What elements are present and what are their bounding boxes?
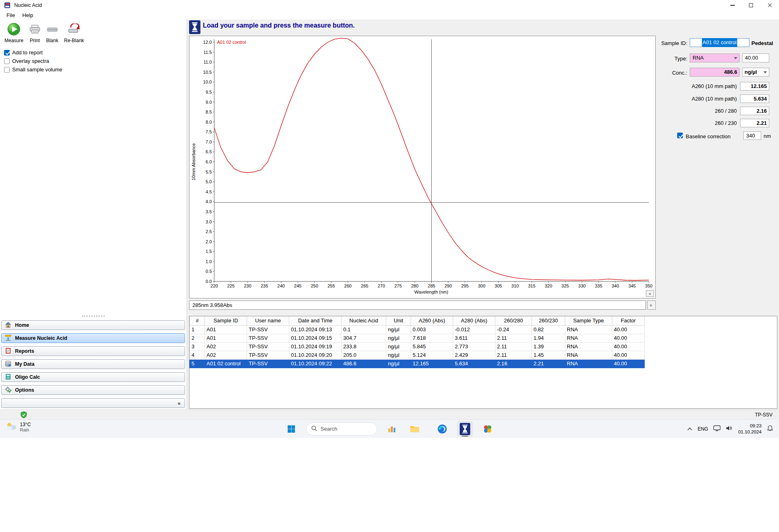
sidebar-item-reports[interactable]: Reports [1, 346, 185, 356]
sidebar-item-label: Oligo Calc [15, 374, 40, 380]
toolbar: Measure Print Blank Re-Blank [2, 21, 86, 44]
table-cell: 4 [190, 351, 205, 359]
left-panel: Measure Print Blank Re-Blank [0, 19, 187, 410]
close-icon [767, 3, 772, 8]
svg-text:340: 340 [611, 283, 619, 288]
taskbar-search-box[interactable]: Search [306, 423, 377, 435]
volume-icon[interactable] [726, 425, 733, 432]
print-button[interactable]: Print [27, 21, 43, 44]
table-row[interactable]: 5A01 02 controlTP-SSV01.10.2024 09:22486… [190, 359, 645, 368]
table-cell: -0.012 [453, 325, 495, 334]
table-row[interactable]: 2A01TP-SSV01.10.2024 09:15304.7ng/µl7.61… [190, 334, 645, 342]
minimize-button[interactable] [723, 0, 742, 11]
table-cell: RNA [565, 342, 612, 351]
checkbox-add-to-report[interactable]: Add to report [4, 49, 62, 56]
column-header[interactable]: Nucleic Acid [342, 316, 386, 325]
checkbox-overlay-spectra[interactable]: Overlay spectra [4, 58, 62, 64]
table-cell: 40.00 [612, 325, 645, 334]
series-label: A01 02 control [217, 40, 246, 45]
sample-id-input[interactable]: A01 02 control [690, 38, 749, 47]
column-header[interactable]: Sample Type [565, 316, 612, 325]
checkbox-icon [4, 50, 10, 56]
measure-button[interactable]: Measure [2, 21, 26, 44]
nav-gripper-handle[interactable] [82, 315, 105, 317]
sidebar-item-measure-nucleic-acid[interactable]: Measure Nucleic Acid [1, 333, 185, 343]
table-row[interactable]: 3A02TP-SSV01.10.2024 09:19233.8ng/µl5.84… [190, 342, 645, 351]
svg-text:4.0: 4.0 [206, 199, 212, 204]
x-axis-title: Wavelength (nm) [414, 290, 448, 294]
start-button[interactable] [283, 421, 299, 437]
notification-bell-icon[interactable] [767, 425, 773, 433]
minimize-icon [730, 5, 735, 6]
column-header[interactable]: 260/230 [532, 316, 565, 325]
baseline-correction-checkbox[interactable] [677, 133, 683, 138]
y-axis-title: 10mm Absorbance [191, 143, 196, 180]
language-indicator[interactable]: ENG [697, 426, 708, 432]
menu-help[interactable]: Help [19, 11, 37, 19]
type-dropdown[interactable]: RNA [690, 54, 740, 62]
svg-text:5.0: 5.0 [206, 179, 212, 184]
sidebar-item-oligo-calc[interactable]: Oligo Calc [1, 372, 185, 382]
taskbar-app-widgets[interactable] [384, 421, 400, 437]
column-header[interactable]: Date and Time [289, 316, 342, 325]
table-row[interactable]: 4A02TP-SSV01.10.2024 09:20205.0ng/µl5.12… [190, 351, 645, 359]
home-icon [4, 321, 12, 330]
a280-value: 5.634 [740, 94, 769, 103]
taskbar-app-file-explorer[interactable] [407, 421, 423, 437]
weather-widget[interactable]: 13°C Rain [6, 422, 31, 433]
taskbar-app-colorful[interactable] [480, 421, 496, 437]
svg-text:335: 335 [595, 283, 602, 288]
baseline-wavelength-input[interactable]: 340 [743, 131, 761, 140]
column-header[interactable]: Factor [612, 316, 645, 325]
sidebar-item-label: Reports [15, 348, 34, 354]
table-cell: 2 [190, 334, 205, 342]
column-header[interactable]: # [190, 316, 205, 325]
tray-expand-button[interactable] [687, 426, 692, 432]
app-statusbar: TP-SSV [0, 410, 779, 419]
maximize-button[interactable] [742, 0, 760, 11]
table-cell: 1.94 [532, 334, 565, 342]
svg-text:285: 285 [428, 283, 435, 288]
sidebar-item-home[interactable]: Home [1, 320, 185, 330]
svg-text:1.5: 1.5 [206, 249, 212, 254]
display-cast-icon[interactable] [713, 425, 721, 433]
a280-label: A280 (10 mm path) [633, 96, 737, 102]
close-button[interactable] [760, 0, 779, 11]
unit-dropdown[interactable]: ng/µl [742, 68, 769, 77]
table-cell: 0.003 [411, 325, 453, 334]
sidebar-item-label: Home [15, 322, 29, 328]
blank-button[interactable]: Blank [44, 21, 60, 44]
reblank-button[interactable]: Re-Blank [62, 21, 86, 44]
table-cell: ng/µl [386, 334, 411, 342]
baseline-correction-label: Baseline correction [686, 133, 731, 139]
checkbox-label: Add to report [12, 49, 43, 56]
a260-value: 12.165 [740, 82, 769, 90]
svg-text:280: 280 [411, 283, 418, 288]
sidebar-collapse-bar[interactable]: » [1, 398, 185, 408]
svg-text:9.5: 9.5 [206, 90, 212, 94]
column-header[interactable]: 260/280 [495, 316, 532, 325]
table-cell: 0.1 [342, 325, 386, 334]
column-header[interactable]: A280 (Abs) [453, 316, 495, 325]
checkbox-small-sample-volume[interactable]: Small sample volume [4, 66, 62, 73]
table-row[interactable]: 1A01TP-SSV01.10.2024 09:130.1ng/µl0.003-… [190, 325, 645, 334]
column-header[interactable]: User name [247, 316, 289, 325]
menu-file[interactable]: File [3, 11, 19, 19]
chart-collapse-button[interactable]: « [646, 290, 654, 297]
blank-button-label: Blank [46, 38, 58, 43]
readout-collapse-button[interactable]: » [647, 300, 656, 310]
column-header[interactable]: A260 (Abs) [411, 316, 453, 325]
column-header[interactable]: Unit [386, 316, 411, 325]
my-data-icon [4, 360, 12, 369]
svg-text:235: 235 [260, 283, 268, 288]
sidebar-item-my-data[interactable]: My Data [1, 359, 185, 369]
clock-widget[interactable]: 09:23 01.10.2024 [738, 423, 762, 435]
taskbar-app-edge[interactable] [434, 421, 450, 437]
svg-text:12.0: 12.0 [203, 40, 212, 45]
column-header[interactable]: Sample ID [205, 316, 247, 325]
sidebar-item-options[interactable]: Options [1, 385, 185, 395]
spectrum-chart[interactable]: A01 02 control Wavelength (nm) 10mm Abso… [189, 36, 656, 298]
factor-input[interactable]: 40.00 [742, 54, 769, 62]
taskbar-app-nucleic-acid-active[interactable] [457, 421, 473, 437]
cursor-readout: 285nm 3.958Abs [189, 300, 646, 310]
